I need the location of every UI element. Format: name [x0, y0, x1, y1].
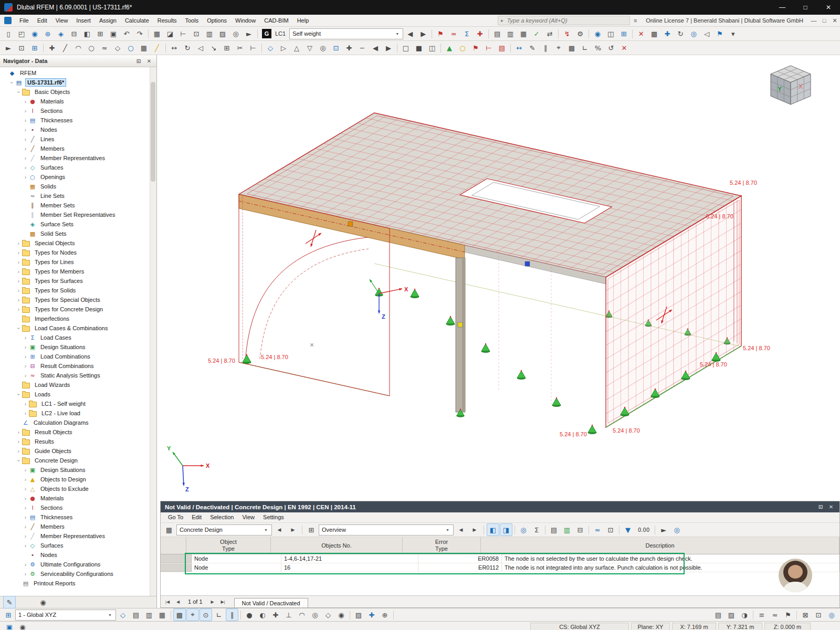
tree-item-materials[interactable]: ›●Materials [0, 494, 150, 503]
prev-table-icon[interactable]: ◀ [273, 523, 286, 536]
tree-item-result-objects[interactable]: ›Result Objects [0, 427, 150, 437]
calculation-settings-icon[interactable]: ⚙ [574, 27, 586, 40]
tree-item-lc1-self-weight[interactable]: ›LC1 - Self weight [0, 399, 150, 408]
dlubal-center-icon[interactable]: ◉ [28, 27, 41, 40]
more-tools-icon[interactable]: ▾ [727, 27, 739, 40]
tree-item-sections[interactable]: ›ISections [0, 106, 150, 116]
move-icon[interactable]: ↔ [168, 41, 181, 54]
menu-tools[interactable]: Tools [181, 15, 203, 26]
expand-arrow-icon[interactable]: › [23, 496, 28, 501]
view-in-z-icon[interactable]: ▽ [303, 41, 316, 54]
maximize-button[interactable]: □ [794, 0, 817, 15]
transparency-icon[interactable]: ◫ [426, 41, 438, 54]
result-tables-icon[interactable]: ▤ [491, 27, 503, 40]
row-selector[interactable] [161, 563, 192, 572]
new-member-icon[interactable]: ╱ [151, 41, 163, 54]
messages-icon[interactable]: ≡ [755, 608, 768, 621]
tree-item-calculation-diagrams[interactable]: ∠Calculation Diagrams [0, 418, 150, 427]
cad-bim-icon[interactable]: ⊛ [41, 27, 54, 40]
guidelines-icon[interactable]: ∥ [539, 41, 552, 54]
mirror-model-icon[interactable]: ◁ [700, 27, 713, 40]
new-node-icon[interactable]: ✚ [46, 41, 58, 54]
next-table-icon[interactable]: ▶ [287, 523, 299, 536]
close-button[interactable]: ✕ [817, 0, 840, 15]
collapse-arrow-icon[interactable]: › [16, 458, 22, 464]
show-values-icon[interactable]: Σ [530, 523, 543, 536]
tree-item-surface-sets[interactable]: ◈Surface Sets [0, 219, 150, 229]
tree-item-materials[interactable]: ›●Materials [0, 97, 150, 106]
lock-view-icon[interactable]: ⊠ [799, 608, 812, 621]
design-table-icon[interactable]: ▦ [163, 523, 175, 536]
last-page-button[interactable]: ▶| [218, 597, 228, 606]
tree-item-imperfections[interactable]: Imperfections [0, 314, 150, 323]
zoom-select-icon[interactable]: ◎ [687, 27, 700, 40]
expand-arrow-icon[interactable]: › [23, 127, 28, 133]
select-in-graphic-icon[interactable]: ◧ [487, 523, 499, 536]
sync-tables-icon[interactable]: ⇄ [543, 27, 556, 40]
menu-results[interactable]: Results [153, 15, 181, 26]
panel-menu-settings[interactable]: Settings [259, 512, 288, 522]
tree-item-types-for-concrete-design[interactable]: ›Types for Concrete Design [0, 304, 150, 314]
menu-help[interactable]: Help [293, 15, 313, 26]
divide-icon[interactable]: ⊢ [247, 41, 259, 54]
print-table-icon[interactable]: ⊟ [574, 523, 586, 536]
endpoint-snap-icon[interactable]: ● [243, 608, 256, 621]
new-surface-icon[interactable]: ◇ [111, 41, 124, 54]
expand-arrow-icon[interactable]: › [16, 269, 22, 275]
system-status-icon[interactable]: ▣ [3, 621, 16, 630]
expand-arrow-icon[interactable]: › [23, 401, 28, 407]
tree-item-member-representatives[interactable]: ›╱Member Representatives [0, 153, 150, 163]
nodal-load-icon[interactable]: ⚑ [469, 41, 482, 54]
overview-combo[interactable]: Overview ▾ [319, 524, 454, 536]
tree-item-thicknesses[interactable]: ›▤Thicknesses [0, 116, 150, 125]
member-load-icon[interactable]: ⊢ [482, 41, 495, 54]
float-panel-icon[interactable]: ⊡ [134, 57, 143, 65]
scale-icon[interactable]: ↘ [207, 41, 220, 54]
render-quality-icon[interactable]: ▨ [725, 608, 738, 621]
tree-item-lc2-live-load[interactable]: ›LC2 - Live load [0, 408, 150, 418]
print-icon[interactable]: ⊟ [68, 27, 80, 40]
expand-arrow-icon[interactable]: › [23, 562, 28, 568]
zoom-selected-icon[interactable]: ◎ [517, 523, 530, 536]
mirror-tool-icon[interactable]: ◁ [194, 41, 207, 54]
previous-view-icon[interactable]: ◀ [369, 41, 382, 54]
wireframe-icon[interactable]: □ [400, 41, 412, 54]
plane-yz-icon[interactable]: ▥ [143, 608, 155, 621]
table-row[interactable]: Node1-4,6-14,17-21ER0058The node is not … [161, 554, 839, 563]
expand-arrow-icon[interactable]: › [23, 354, 28, 360]
expand-arrow-icon[interactable]: › [23, 363, 28, 369]
new-polyline-icon[interactable]: ≈ [98, 41, 111, 54]
coordinate-system-combo[interactable]: 1 - Global XYZ ▾ [15, 610, 116, 621]
redo-icon[interactable]: ↷ [133, 27, 146, 40]
nearest-snap-icon[interactable]: ◉ [335, 608, 348, 621]
close-panel-icon[interactable]: ✕ [145, 57, 153, 65]
view-in-y-icon[interactable]: △ [290, 41, 303, 54]
tree-item-thicknesses[interactable]: ›▤Thicknesses [0, 512, 150, 522]
menu-edit[interactable]: Edit [33, 15, 51, 26]
regenerate-icon[interactable]: ↺ [605, 41, 617, 54]
expand-arrow-icon[interactable]: › [23, 477, 28, 482]
expand-arrow-icon[interactable]: › [16, 307, 22, 312]
delete-object-icon[interactable]: ✕ [618, 41, 631, 54]
menu-insert[interactable]: Insert [72, 15, 95, 26]
collapse-arrow-icon[interactable]: › [16, 89, 22, 95]
navigator-scrollbar[interactable] [150, 67, 156, 596]
expand-arrow-icon[interactable]: › [23, 146, 28, 152]
tables-icon[interactable]: ▦ [151, 27, 163, 40]
child-minimize-icon[interactable]: — [808, 16, 819, 25]
next-view-icon[interactable]: ▶ [382, 41, 395, 54]
menu-assign[interactable]: Assign [95, 15, 121, 26]
center-snap-icon[interactable]: ◎ [309, 608, 321, 621]
expand-arrow-icon[interactable]: › [16, 250, 22, 256]
tree-item-types-for-members[interactable]: ›Types for Members [0, 267, 150, 276]
panel-menu-selection[interactable]: Selection [206, 512, 238, 522]
new-solid-icon[interactable]: ▦ [138, 41, 150, 54]
annotation-icon[interactable]: ✎ [526, 41, 539, 54]
panel-menu-view[interactable]: View [238, 512, 259, 522]
float-panel-icon[interactable]: ⊡ [816, 503, 825, 511]
open-model-icon[interactable]: ◰ [15, 27, 28, 40]
next-load-case-icon[interactable]: ▶ [417, 27, 429, 40]
solid-view-icon[interactable]: ■ [413, 41, 425, 54]
calculate-all-icon[interactable]: ↯ [561, 27, 573, 40]
tree-item-static-analysis-settings[interactable]: ›≈Static Analysis Settings [0, 371, 150, 380]
